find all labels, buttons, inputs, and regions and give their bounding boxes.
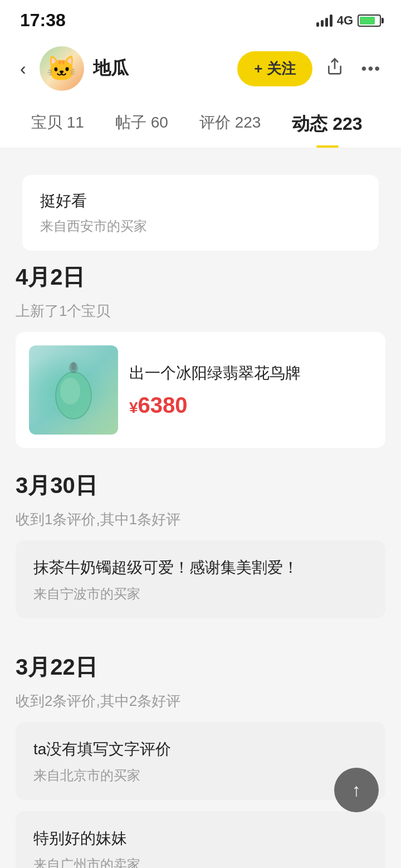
- product-name: 出一个冰阳绿翡翠花鸟牌: [129, 362, 372, 384]
- review-text-march22-1: 特别好的妹妹: [33, 827, 368, 850]
- scroll-top-icon: ↑: [352, 780, 361, 801]
- date-march22: 3月22日: [16, 652, 385, 682]
- review-source-march22-0: 来自北京市的买家: [33, 767, 368, 784]
- product-image: [29, 345, 118, 435]
- battery-icon: [358, 14, 381, 27]
- status-bar: 17:38 4G: [0, 0, 401, 36]
- date-april2: 4月2日: [16, 262, 385, 292]
- price-value: 6380: [138, 393, 188, 417]
- section-march22: 3月22日 收到2条评价,其中2条好评 ta没有填写文字评价 来自北京市的买家 …: [0, 630, 401, 868]
- review-card-march22-0: ta没有填写文字评价 来自北京市的买家: [16, 722, 385, 800]
- avatar-emoji: 🐱: [46, 54, 77, 83]
- review-card-march22-1: 特别好的妹妹 来自广州市的卖家: [16, 811, 385, 868]
- status-time: 17:38: [20, 10, 66, 31]
- section-april2: 4月2日 上新了1个宝贝 出一个冰阳绿翡翠花鸟牌 ¥6380: [0, 251, 401, 448]
- review-text-march30-0: 抹茶牛奶镯超级可爱！感谢集美割爱！: [33, 556, 368, 579]
- tab-dongtai[interactable]: 动态 223: [276, 101, 378, 148]
- share-button[interactable]: [321, 53, 348, 84]
- follow-button[interactable]: + 关注: [237, 51, 312, 86]
- subtitle-march30: 收到1条评价,其中1条好评: [16, 510, 385, 529]
- scroll-top-button[interactable]: ↑: [334, 768, 379, 812]
- back-button[interactable]: ‹: [16, 56, 31, 81]
- section-march30: 3月30日 收到1条评价,其中1条好评 抹茶牛奶镯超级可爱！感谢集美割爱！ 来自…: [0, 448, 401, 618]
- price-currency: ¥: [129, 399, 138, 416]
- username: 地瓜: [93, 56, 229, 81]
- review-card-march30-0: 抹茶牛奶镯超级可爱！感谢集美割爱！ 来自宁波市的买家: [16, 540, 385, 618]
- signal-icon: [316, 14, 332, 27]
- header: ‹ 🐱 地瓜 + 关注 •••: [0, 36, 401, 101]
- subtitle-april2: 上新了1个宝贝: [16, 301, 385, 321]
- tab-baobei[interactable]: 宝贝 11: [16, 101, 100, 148]
- product-card[interactable]: 出一个冰阳绿翡翠花鸟牌 ¥6380: [16, 332, 385, 448]
- avatar: 🐱: [40, 46, 84, 91]
- first-review-card: 挺好看 来自西安市的买家: [22, 175, 379, 251]
- review-source-march30-0: 来自宁波市的买家: [33, 585, 368, 603]
- subtitle-march22: 收到2条评价,其中2条好评: [16, 691, 385, 711]
- first-review-source: 来自西安市的买家: [40, 217, 361, 235]
- review-source-march22-1: 来自广州市的卖家: [33, 856, 368, 868]
- content-area: 挺好看 来自西安市的买家 4月2日 上新了1个宝贝 出一个冰阳绿翡翠: [0, 148, 401, 868]
- tab-pingjia[interactable]: 评价 223: [184, 101, 277, 148]
- product-info: 出一个冰阳绿翡翠花鸟牌 ¥6380: [129, 362, 372, 418]
- tab-tiezi[interactable]: 帖子 60: [100, 101, 184, 148]
- more-button[interactable]: •••: [357, 55, 385, 82]
- date-march30: 3月30日: [16, 470, 385, 501]
- product-price: ¥6380: [129, 393, 372, 418]
- svg-point-2: [60, 378, 80, 404]
- first-review-text: 挺好看: [40, 191, 361, 212]
- status-icons: 4G: [316, 13, 381, 28]
- tabs-bar: 宝贝 11 帖子 60 评价 223 动态 223: [0, 101, 401, 148]
- network-label: 4G: [337, 13, 353, 28]
- svg-rect-4: [71, 362, 76, 370]
- review-text-march22-0: ta没有填写文字评价: [33, 738, 368, 761]
